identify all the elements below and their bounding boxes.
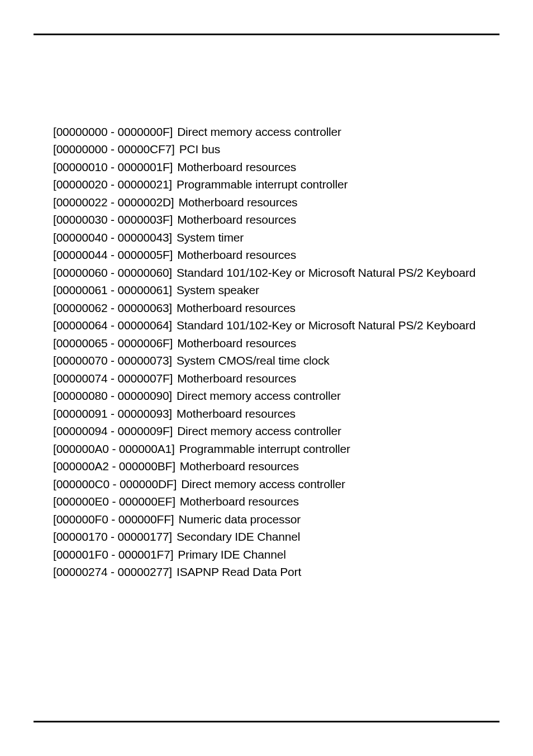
resource-range: [00000010 - 0000001F] [53,160,173,174]
list-item[interactable]: [00000062 - 00000063] Motherboard resour… [53,299,491,317]
resource-range: [00000170 - 00000177] [53,530,172,544]
resource-description: Motherboard resources [177,213,296,226]
resource-list: [00000000 - 0000000F] Direct memory acce… [53,123,491,581]
resource-range: [000000E0 - 000000EF] [53,495,175,508]
list-item[interactable]: [00000065 - 0000006F] Motherboard resour… [53,334,491,352]
resource-range: [00000070 - 00000073] [53,354,172,367]
resource-description: Primary IDE Channel [178,548,285,561]
resource-range: [00000074 - 0000007F] [53,372,173,385]
bottom-divider [34,721,499,722]
resource-range: [00000062 - 00000063] [53,301,172,315]
resource-description: Direct memory access controller [181,478,345,491]
resource-description: ISAPNP Read Data Port [177,565,301,579]
resource-description: Standard 101/102-Key or Microsoft Natura… [177,319,475,332]
resource-range: [00000040 - 00000043] [53,231,172,244]
resource-description: Motherboard resources [177,160,296,174]
resource-description: Motherboard resources [179,196,298,209]
list-item[interactable]: [000000C0 - 000000DF] Direct memory acce… [53,475,491,493]
resource-description: PCI bus [179,143,220,156]
list-item[interactable]: [00000044 - 0000005F] Motherboard resour… [53,247,491,264]
resource-description: System timer [177,231,244,244]
list-item[interactable]: [00000022 - 0000002D] Motherboard resour… [53,193,491,211]
resource-description: System CMOS/real time clock [177,354,330,367]
resource-description: Motherboard resources [177,248,296,262]
resource-description: Motherboard resources [177,407,296,420]
list-item[interactable]: [00000070 - 00000073] System CMOS/real t… [53,352,491,370]
resource-range: [00000274 - 00000277] [53,565,172,579]
list-item[interactable]: [000000A0 - 000000A1] Programmable inter… [53,440,491,458]
list-item[interactable]: [00000080 - 00000090] Direct memory acce… [53,388,491,405]
list-item[interactable]: [00000020 - 00000021] Programmable inter… [53,176,491,194]
list-item[interactable]: [00000170 - 00000177] Secondary IDE Chan… [53,528,491,546]
resource-range: [00000080 - 00000090] [53,389,172,403]
list-item[interactable]: [00000000 - 0000000F] Direct memory acce… [53,123,491,141]
list-item[interactable]: [00000064 - 00000064] Standard 101/102-K… [53,317,491,335]
resource-range: [000000C0 - 000000DF] [53,478,177,491]
list-item[interactable]: [000000E0 - 000000EF] Motherboard resour… [53,493,491,511]
list-item[interactable]: [00000091 - 00000093] Motherboard resour… [53,405,491,423]
list-item[interactable]: [00000040 - 00000043] System timer [53,229,491,247]
resource-range: [00000044 - 0000005F] [53,248,173,262]
resource-range: [00000061 - 00000061] [53,284,172,297]
resource-description: Motherboard resources [177,337,296,350]
resource-description: Motherboard resources [180,460,299,473]
list-item[interactable]: [00000060 - 00000060] Standard 101/102-K… [53,264,491,282]
resource-description: Numeric data processor [178,513,301,526]
list-item[interactable]: [000000A2 - 000000BF] Motherboard resour… [53,458,491,476]
resource-range: [00000030 - 0000003F] [53,213,173,226]
list-item[interactable]: [00000274 - 00000277] ISAPNP Read Data P… [53,564,491,582]
resource-description: Direct memory access controller [177,125,341,139]
resource-description: Direct memory access controller [177,389,341,403]
resource-range: [00000064 - 00000064] [53,319,172,332]
list-item[interactable]: [00000030 - 0000003F] Motherboard resour… [53,211,491,229]
resource-range: [00000000 - 00000CF7] [53,143,175,156]
resource-description: Standard 101/102-Key or Microsoft Natura… [177,266,475,280]
list-item[interactable]: [00000000 - 00000CF7] PCI bus [53,141,491,159]
resource-description: Motherboard resources [177,301,296,315]
resource-description: Programmable interrupt controller [177,178,348,191]
resource-range: [000001F0 - 000001F7] [53,548,173,561]
list-item[interactable]: [00000074 - 0000007F] Motherboard resour… [53,370,491,388]
resource-range: [000000A0 - 000000A1] [53,442,175,456]
resource-description: Motherboard resources [180,495,299,508]
resource-range: [00000091 - 00000093] [53,407,172,420]
top-divider [34,34,499,35]
resource-range: [00000020 - 00000021] [53,178,172,191]
resource-range: [00000065 - 0000006F] [53,337,173,350]
list-item[interactable]: [00000094 - 0000009F] Direct memory acce… [53,423,491,441]
resource-range: [00000022 - 0000002D] [53,196,174,209]
resource-range: [00000060 - 00000060] [53,266,172,280]
resource-description: System speaker [177,284,259,297]
list-item[interactable]: [000001F0 - 000001F7] Primary IDE Channe… [53,546,491,564]
resource-range: [00000094 - 0000009F] [53,424,173,438]
list-item[interactable]: [00000061 - 00000061] System speaker [53,282,491,300]
resource-description: Secondary IDE Channel [177,530,300,544]
list-item[interactable]: [000000F0 - 000000FF] Numeric data proce… [53,511,491,528]
resource-range: [000000F0 - 000000FF] [53,513,174,526]
resource-description: Programmable interrupt controller [179,442,350,456]
resource-description: Motherboard resources [177,372,296,385]
resource-description: Direct memory access controller [177,424,341,438]
resource-range: [000000A2 - 000000BF] [53,460,175,473]
list-item[interactable]: [00000010 - 0000001F] Motherboard resour… [53,158,491,176]
resource-range: [00000000 - 0000000F] [53,125,173,139]
